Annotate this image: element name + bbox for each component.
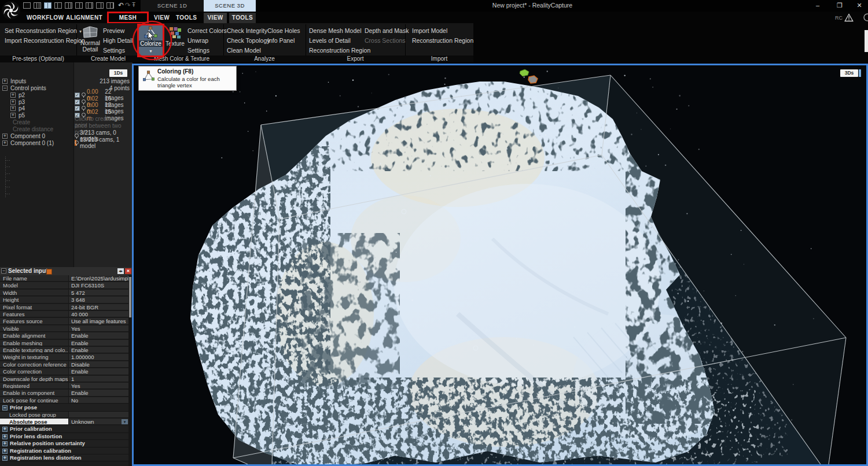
maximize-button[interactable]: ❐: [831, 0, 848, 11]
view-badge-1ds[interactable]: 1Ds: [109, 69, 127, 77]
layout-icon[interactable]: [106, 2, 114, 9]
tree-row-component-0-1[interactable]: Component 0 (1) 13/213 cams, 1 model: [0, 139, 132, 146]
popout-icon[interactable]: ◂▸: [117, 268, 124, 274]
layout-icon[interactable]: [86, 2, 93, 9]
settings-button[interactable]: Settings: [103, 47, 125, 54]
section-collapsed[interactable]: Prior calibration: [0, 426, 128, 432]
layout-icon[interactable]: [23, 2, 31, 9]
property-row[interactable]: Color correction reference Disable: [0, 361, 128, 368]
property-row[interactable]: Enable alignment Enable: [0, 332, 128, 339]
scrollbar-thumb[interactable]: [129, 277, 131, 317]
close-button[interactable]: ✕: [851, 0, 868, 11]
close-holes-button[interactable]: Close Holes: [267, 27, 300, 34]
expand-icon[interactable]: [2, 434, 8, 439]
property-row[interactable]: Enable texturing and colo... Enable: [0, 347, 128, 354]
dense-mesh-model-button[interactable]: Dense Mesh Model: [309, 27, 361, 34]
correct-colors-button[interactable]: Correct Colors: [187, 27, 227, 34]
property-row-absolute-pose[interactable]: Absolute pose Unknown: [0, 419, 128, 426]
expand-icon[interactable]: [2, 441, 8, 446]
undo-icon[interactable]: ↶: [118, 1, 124, 9]
checkbox-checked[interactable]: [75, 99, 80, 105]
pin-toolbar-icon[interactable]: Ŧ: [132, 2, 135, 8]
expand-icon[interactable]: [2, 456, 8, 461]
warning-icon[interactable]: [844, 13, 854, 22]
layout-icon[interactable]: [75, 2, 83, 9]
levels-of-detail-button[interactable]: Levels of Detail: [309, 37, 351, 44]
depth-and-mask-button[interactable]: Depth and Mask: [365, 27, 409, 34]
ribbon-tab-alignment[interactable]: ALIGNMENT: [66, 14, 102, 21]
help-icon[interactable]: [862, 13, 868, 22]
dropdown-button[interactable]: [122, 419, 128, 424]
tab-scene-1d[interactable]: SCENE 1D: [141, 0, 204, 12]
property-row[interactable]: Downscale for depth maps 1: [0, 376, 128, 383]
property-row[interactable]: Lock pose for continue No: [0, 397, 128, 404]
set-reconstruction-region-button[interactable]: Set Reconstruction Region: [5, 27, 82, 34]
ribbon-tab-workflow[interactable]: WORKFLOW: [27, 14, 64, 21]
collapse-icon[interactable]: [2, 86, 8, 91]
import-model-button[interactable]: Import Model: [412, 27, 447, 34]
property-row[interactable]: Enable meshing Enable: [0, 340, 128, 347]
layout-icon-active[interactable]: [44, 2, 52, 9]
check-topology-button[interactable]: Check Topology: [227, 37, 270, 44]
expand-icon[interactable]: [10, 99, 16, 105]
property-row[interactable]: Color correction Enable: [0, 368, 128, 375]
property-row[interactable]: Model DJI FC6310S: [0, 282, 128, 289]
property-row[interactable]: File name E:\Dron\2025\ardusimple...: [0, 275, 128, 282]
expand-icon[interactable]: [2, 427, 8, 432]
clean-model-button[interactable]: Clean Model: [227, 47, 261, 54]
minimize-button[interactable]: –: [809, 0, 826, 11]
layout-icon[interactable]: [65, 2, 72, 9]
normal-detail-button[interactable]: Normal Detail: [78, 40, 103, 53]
property-row[interactable]: Features source Use all image features: [0, 318, 128, 325]
ribbon-tab-tools-3d[interactable]: TOOLS: [229, 13, 256, 23]
redo-icon[interactable]: ↷: [125, 1, 131, 9]
section-collapsed[interactable]: Prior lens distortion: [0, 433, 128, 440]
unwrap-button[interactable]: Unwrap: [187, 37, 208, 44]
layout-icon[interactable]: [54, 2, 62, 9]
property-row[interactable]: Registered Yes: [0, 383, 128, 390]
section-prior-pose[interactable]: Prior pose: [0, 404, 128, 411]
expand-icon[interactable]: [2, 134, 8, 139]
section-collapsed[interactable]: Relative position uncertainty: [0, 440, 128, 447]
property-row[interactable]: Enable in component Enable: [0, 390, 128, 397]
expand-icon[interactable]: [2, 449, 8, 454]
scene-3d-viewport[interactable]: [132, 64, 868, 466]
normal-detail-icon[interactable]: [82, 25, 98, 39]
expand-icon[interactable]: [2, 79, 8, 84]
property-row[interactable]: Visible Yes: [0, 326, 128, 332]
collapse-icon[interactable]: [2, 405, 8, 410]
selected-input-header[interactable]: Selected input ◂▸ ✕: [0, 267, 132, 275]
check-integrity-button[interactable]: Check Integrity: [227, 27, 267, 34]
ribbon-tab-tools[interactable]: TOOLS: [176, 14, 197, 21]
expand-icon[interactable]: [2, 140, 8, 146]
checkbox-checked[interactable]: [75, 93, 80, 98]
panel-collapse-icon[interactable]: [1, 268, 6, 273]
tree-row-inputs[interactable]: Inputs 213 images: [0, 77, 132, 84]
reconstruction-region-export-button[interactable]: Reconstruction Region: [309, 47, 370, 54]
realitycapture-logo-icon[interactable]: [1, 1, 21, 20]
property-row[interactable]: Pixel format 24-bit BGR: [0, 304, 128, 311]
property-row[interactable]: Width 5 472: [0, 290, 128, 297]
section-collapsed[interactable]: Registration calibration: [0, 447, 128, 454]
layout-icon[interactable]: [96, 2, 104, 9]
reconstruction-region-import-button[interactable]: Reconstruction Region: [412, 37, 473, 44]
import-reconstruction-region-button[interactable]: Import Reconstruction Region: [5, 37, 85, 44]
expand-icon[interactable]: [10, 106, 16, 111]
expand-icon[interactable]: [10, 113, 16, 118]
view-badge-3ds[interactable]: 3Ds: [840, 69, 858, 77]
checkbox-checked[interactable]: [75, 106, 80, 111]
tab-scene-3d[interactable]: SCENE 3D: [204, 0, 256, 12]
property-row[interactable]: Features 40 000: [0, 311, 128, 318]
expand-icon[interactable]: [10, 93, 16, 98]
high-detail-button[interactable]: High Detail: [103, 37, 133, 44]
property-row[interactable]: Weight in texturing 1.000000: [0, 354, 128, 361]
settings-button-2[interactable]: Settings: [187, 47, 209, 54]
info-panel-button[interactable]: Info Panel: [267, 37, 295, 44]
layout-icon[interactable]: [34, 2, 41, 9]
preview-button[interactable]: Preview: [103, 27, 124, 34]
panel-close-icon[interactable]: ✕: [125, 268, 131, 274]
section-collapsed[interactable]: Registration lens distortion: [0, 454, 128, 461]
ribbon-tab-view-3d[interactable]: VIEW: [204, 13, 227, 23]
property-row[interactable]: Locked pose group: [0, 412, 128, 419]
property-row[interactable]: Height 3 648: [0, 297, 128, 304]
